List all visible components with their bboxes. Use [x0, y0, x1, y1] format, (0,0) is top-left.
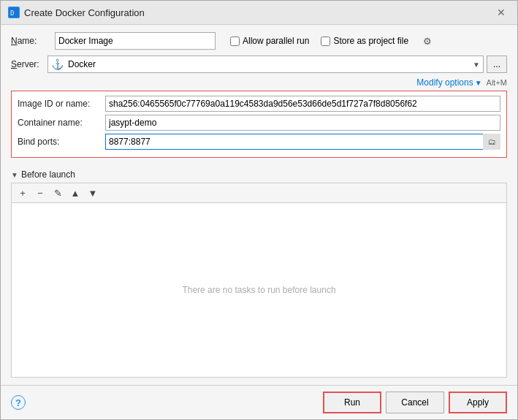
- server-select[interactable]: ⚓ Docker ▼: [47, 56, 484, 73]
- container-name-input[interactable]: [105, 115, 500, 131]
- help-button[interactable]: ?: [11, 395, 26, 410]
- server-label: Server:: [11, 59, 47, 69]
- folder-button[interactable]: 🗂: [483, 134, 500, 150]
- image-id-row: Image ID or name:: [18, 96, 500, 112]
- svg-text:D: D: [10, 9, 14, 17]
- modify-options-link[interactable]: Modify options ▼: [416, 77, 481, 88]
- allow-parallel-label[interactable]: Allow parallel run: [230, 36, 309, 46]
- allow-parallel-checkbox[interactable]: [230, 37, 240, 46]
- image-id-label: Image ID or name:: [18, 99, 105, 109]
- name-input[interactable]: [55, 32, 216, 50]
- add-task-button[interactable]: +: [15, 186, 31, 200]
- footer-buttons: Run Cancel Apply: [323, 392, 507, 413]
- before-launch-header: ▼ Before launch: [11, 169, 507, 180]
- cancel-button[interactable]: Cancel: [386, 392, 444, 413]
- dialog-title: Create Docker Configuration: [24, 7, 145, 18]
- store-as-project-label[interactable]: Store as project file: [321, 36, 408, 46]
- server-row: Server: ⚓ Docker ▼ ...: [11, 56, 507, 73]
- before-launch-toolbar: + − ✎ ▲ ▼: [11, 183, 507, 202]
- docker-icon: ⚓: [51, 58, 64, 70]
- run-button[interactable]: Run: [323, 392, 381, 413]
- container-name-row: Container name:: [18, 115, 500, 131]
- server-ellipsis-button[interactable]: ...: [487, 56, 507, 73]
- content-area: Name: Allow parallel run Store as projec…: [1, 25, 517, 385]
- apply-button[interactable]: Apply: [449, 392, 507, 413]
- image-id-input[interactable]: [105, 96, 500, 112]
- before-launch-section: ▼ Before launch + − ✎ ▲ ▼ There are no t…: [11, 169, 507, 378]
- move-up-button[interactable]: ▲: [67, 186, 83, 200]
- chevron-down-icon: ▼: [473, 61, 480, 69]
- name-label: Name:: [11, 36, 55, 46]
- move-down-button[interactable]: ▼: [85, 186, 101, 200]
- shortcut-hint: Alt+M: [487, 78, 507, 87]
- options-section: Image ID or name: Container name: Bind p…: [11, 91, 507, 158]
- edit-task-button[interactable]: ✎: [50, 186, 66, 200]
- title-bar-left: D Create Docker Configuration: [8, 7, 145, 18]
- dialog: D Create Docker Configuration ✕ Name: Al…: [0, 0, 518, 420]
- store-as-project-checkbox[interactable]: [321, 37, 330, 46]
- checkbox-group: Allow parallel run Store as project file…: [230, 36, 432, 47]
- server-select-wrapper: ⚓ Docker ▼ ...: [47, 56, 507, 73]
- empty-message: There are no tasks to run before launch: [182, 285, 335, 295]
- bind-ports-wrapper: 🗂: [105, 134, 500, 150]
- remove-task-button[interactable]: −: [32, 186, 48, 200]
- bind-ports-input[interactable]: [105, 134, 500, 150]
- bind-ports-row: Bind ports: 🗂: [18, 134, 500, 150]
- server-select-inner: ⚓ Docker: [51, 58, 96, 70]
- modify-options-label: Modify options: [416, 77, 473, 88]
- container-name-label: Container name:: [18, 118, 105, 128]
- folder-icon: 🗂: [488, 137, 496, 146]
- before-launch-label: Before launch: [21, 169, 75, 180]
- dialog-icon: D: [8, 7, 20, 18]
- server-value: Docker: [68, 59, 96, 69]
- footer: ? Run Cancel Apply: [1, 385, 517, 419]
- modify-options-row: Modify options ▼ Alt+M: [11, 77, 507, 88]
- name-row: Name: Allow parallel run Store as projec…: [11, 32, 507, 50]
- close-button[interactable]: ✕: [492, 5, 510, 20]
- before-launch-empty-area: There are no tasks to run before launch: [11, 202, 507, 378]
- chevron-down-small-icon: ▼: [475, 79, 482, 87]
- gear-icon[interactable]: ⚙: [423, 36, 432, 47]
- title-bar: D Create Docker Configuration ✕: [1, 1, 517, 25]
- collapse-icon[interactable]: ▼: [11, 171, 18, 179]
- bind-ports-label: Bind ports:: [18, 137, 105, 147]
